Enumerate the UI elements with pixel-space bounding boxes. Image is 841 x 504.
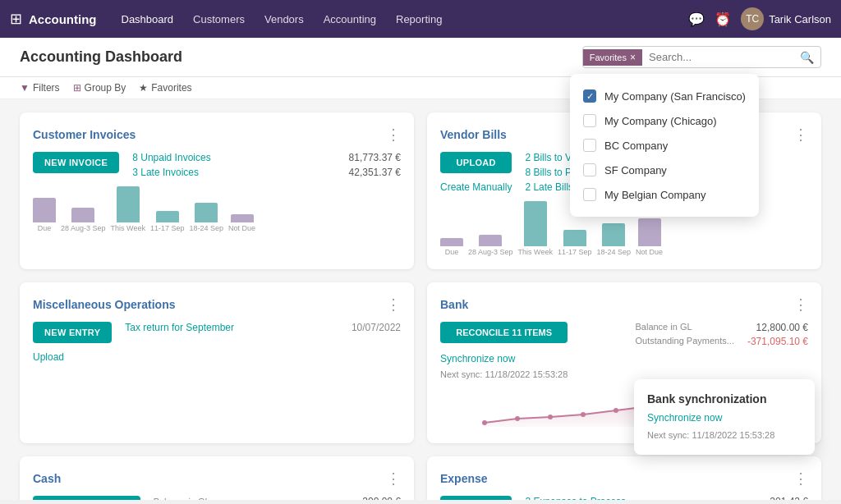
stat-row-1: 8 Unpaid Invoices 81,773.37 € [132, 152, 401, 163]
nav-item-reporting[interactable]: Reporting [388, 10, 450, 29]
bank-sync-now-link[interactable]: Synchronize now [440, 353, 568, 364]
nav-item-customers[interactable]: Customers [185, 10, 253, 29]
company-check-chicago [583, 114, 596, 127]
vb-bar-due-rect [440, 238, 463, 246]
unpaid-invoices-value: 81,773.37 € [349, 152, 401, 163]
svg-point-4 [614, 408, 618, 413]
favorites-button[interactable]: ★ Favorites [139, 82, 191, 94]
sub-header: Accounting Dashboard Favorites × 🔍 [0, 38, 841, 77]
expense-body: UPLOAD Create Manually 2 Expenses to Pro… [440, 496, 808, 500]
new-invoice-button[interactable]: NEW INVOICE [33, 152, 119, 173]
nav-icons: 💬 ⏰ TC Tarik Carlson [688, 7, 831, 30]
bank-header: Bank ⋮ [440, 296, 808, 314]
expense-header: Expense ⋮ [440, 470, 808, 488]
card-menu-cash[interactable]: ⋮ [386, 470, 401, 488]
card-menu-customer-invoices[interactable]: ⋮ [386, 126, 401, 144]
card-menu-misc[interactable]: ⋮ [386, 296, 401, 314]
chat-icon[interactable]: 💬 [688, 11, 705, 27]
bank-sync-popup-sync-link[interactable]: Synchronize now [647, 412, 802, 424]
favorites-label: Favorites [151, 82, 191, 94]
cash-header: Cash ⋮ [33, 470, 401, 488]
nav-item-accounting[interactable]: Accounting [315, 10, 384, 29]
bar-thisweek-rect [117, 186, 140, 222]
unpaid-invoices-link[interactable]: 8 Unpaid Invoices [132, 152, 210, 163]
expenses-value: 301.42 € [770, 496, 808, 500]
misc-operations-card: Miscellaneous Operations ⋮ NEW ENTRY Upl… [20, 282, 414, 443]
upload-button-expense[interactable]: UPLOAD [440, 496, 512, 500]
company-item-sf[interactable]: ✓ My Company (San Francisco) [570, 84, 759, 108]
company-item-sf2[interactable]: SF Company [570, 158, 759, 182]
clock-icon[interactable]: ⏰ [715, 11, 731, 27]
user-menu[interactable]: TC Tarik Carlson [741, 7, 831, 30]
vendor-create-manually[interactable]: Create Manually [440, 181, 512, 193]
reconcile-11-items-button[interactable]: RECONCILE 11 ITEMS [440, 322, 568, 343]
filters-button[interactable]: ▼ Filters [20, 82, 60, 94]
page-title: Accounting Dashboard [20, 48, 182, 66]
grid-icon[interactable]: ⊞ [10, 10, 22, 28]
misc-task-row: Tax return for September 10/07/2022 [125, 322, 401, 333]
search-filter-tag[interactable]: Favorites × [583, 49, 642, 66]
upload-button-vendor[interactable]: UPLOAD [440, 152, 512, 173]
bank-sync-popup-next-sync: Next sync: 11/18/2022 15:53:28 [647, 430, 774, 440]
late-invoices-value: 42,351.37 € [349, 167, 401, 178]
card-menu-expense[interactable]: ⋮ [793, 470, 808, 488]
company-label-chicago: My Company (Chicago) [604, 115, 717, 127]
expenses-to-process-link[interactable]: 2 Expenses to Process [525, 496, 626, 500]
outstanding-value: -371,095.10 € [747, 336, 808, 347]
bar-due-label: Due [38, 224, 52, 232]
card-title-expense: Expense [440, 472, 488, 485]
company-item-bc[interactable]: BC Company [570, 133, 759, 158]
bar-11-17sep-rect [156, 211, 179, 222]
company-check-bc [583, 139, 596, 152]
bar-notdue-rect [231, 214, 254, 222]
bar-notdue: Not Due [228, 214, 255, 232]
svg-point-2 [548, 415, 553, 419]
nav-item-dashboard[interactable]: Dashboard [113, 10, 182, 29]
new-entry-button[interactable]: NEW ENTRY [33, 322, 112, 343]
company-label-bc: BC Company [604, 140, 668, 152]
outstanding-label: Outstanding Payments... [635, 336, 733, 347]
card-title-cash: Cash [33, 472, 61, 485]
group-by-button[interactable]: ⊞ Group By [73, 82, 126, 94]
nav-item-vendors[interactable]: Vendors [256, 10, 312, 29]
nav-brand[interactable]: Accounting [29, 12, 97, 26]
vb-bar-11-17sep: 11-17 Sep [558, 230, 592, 256]
vb-bar-notdue-label: Not Due [636, 248, 663, 256]
bank-sync-popup: Bank synchronization Synchronize now Nex… [634, 379, 815, 455]
company-item-belgian[interactable]: My Belgian Company [570, 182, 759, 207]
bar-11-17sep-label: 11-17 Sep [150, 224, 185, 232]
card-menu-bank[interactable]: ⋮ [793, 296, 808, 314]
bar-aug3sep: 28 Aug-3 Sep [61, 208, 106, 232]
vb-bar-aug3sep: 28 Aug-3 Sep [468, 235, 513, 256]
reconcile-3-items-button[interactable]: RECONCILE 3 ITEMS [33, 496, 140, 500]
vb-bar-18-24sep-label: 18-24 Sep [596, 248, 631, 256]
card-title-customer-invoices: Customer Invoices [33, 128, 136, 141]
card-title-vendor-bills: Vendor Bills [440, 128, 507, 141]
filters-label: Filters [33, 82, 60, 94]
cash-body: RECONCILE 3 ITEMS New Transaction Balanc… [33, 496, 401, 500]
expense-card: Expense ⋮ UPLOAD Create Manually 2 Expen… [427, 456, 821, 500]
search-button[interactable]: 🔍 [793, 48, 820, 67]
expense-actions: UPLOAD Create Manually [440, 496, 512, 500]
misc-upload-link[interactable]: Upload [33, 351, 112, 363]
vb-bar-due: Due [440, 238, 463, 256]
cash-actions: RECONCILE 3 ITEMS New Transaction [33, 496, 140, 500]
stat-row-2: 3 Late Invoices 42,351.37 € [132, 167, 401, 178]
card-menu-vendor-bills[interactable]: ⋮ [793, 126, 808, 144]
bar-18-24sep-label: 18-24 Sep [189, 224, 223, 232]
svg-point-3 [581, 412, 586, 417]
bar-thisweek-label: This Week [111, 224, 145, 232]
misc-actions: NEW ENTRY Upload [33, 322, 112, 363]
balance-gl-row: Balance in GL 12,800.00 € [635, 322, 808, 333]
late-invoices-link[interactable]: 3 Late Invoices [132, 167, 199, 178]
cash-card: Cash ⋮ RECONCILE 3 ITEMS New Transaction… [20, 456, 414, 500]
misc-task-label[interactable]: Tax return for September [125, 322, 234, 333]
bank-actions: RECONCILE 11 ITEMS Synchronize now Next … [440, 322, 568, 379]
search-input[interactable] [642, 47, 793, 67]
filter-tag-close[interactable]: × [630, 52, 636, 63]
card-body-customer-invoices: NEW INVOICE 8 Unpaid Invoices 81,773.37 … [33, 152, 401, 178]
group-by-label: Group By [85, 82, 126, 94]
bar-thisweek: This Week [111, 186, 145, 232]
company-item-chicago[interactable]: My Company (Chicago) [570, 108, 759, 133]
vb-bar-18-24sep: 18-24 Sep [596, 223, 631, 256]
